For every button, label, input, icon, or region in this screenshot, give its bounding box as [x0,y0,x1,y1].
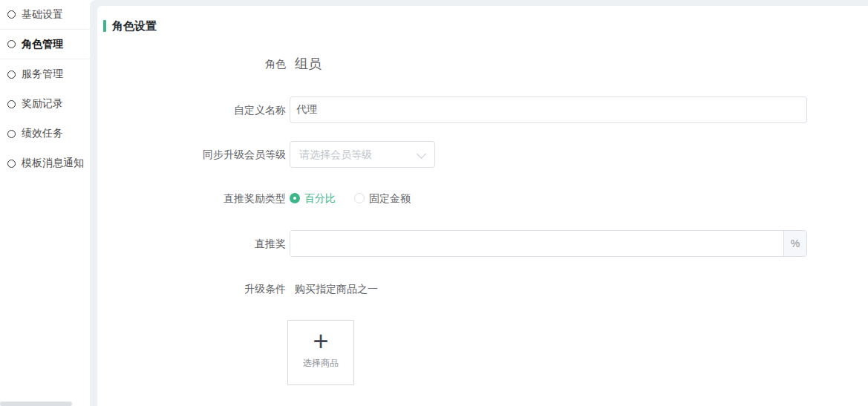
radio-option-fixed-amount[interactable]: 固定金额 [369,192,411,204]
sidebar-item-label: 服务管理 [22,68,63,81]
circle-icon [7,40,16,48]
horizontal-scrollbar-thumb[interactable] [0,402,72,406]
select-product-label: 选择商品 [288,358,353,368]
sidebar-item-role-management[interactable]: 角色管理 [0,30,90,59]
sidebar-item-template-message-notice[interactable]: 模板消息通知 [0,148,90,178]
direct-reward-input[interactable] [290,231,783,256]
custom-name-input[interactable] [290,96,807,123]
sidebar-item-label: 奖励记录 [22,97,63,111]
direct-reward-label: 直推奖 [97,230,286,257]
member-level-label: 同步升级会员等级 [97,141,286,168]
sidebar-item-performance-tasks[interactable]: 绩效任务 [0,119,90,148]
sidebar-item-label: 模板消息通知 [22,157,84,170]
member-level-select[interactable]: 请选择会员等级 [290,141,435,168]
sidebar: 基础设置 角色管理 服务管理 奖励记录 绩效任务 模板消息通知 [0,0,90,406]
page-title: 角色设置 [112,19,157,33]
direct-reward-input-group: % [290,230,807,257]
upgrade-condition-label: 升级条件 [97,283,286,295]
plus-icon: + [288,327,353,356]
upgrade-condition-value: 购买指定商品之一 [295,283,378,295]
section-title-accent-bar [103,20,106,32]
sidebar-item-reward-records[interactable]: 奖励记录 [0,89,90,119]
sidebar-item-basic-settings[interactable]: 基础设置 [0,0,90,30]
select-product-button[interactable]: + 选择商品 [287,320,354,385]
radio-icon[interactable] [354,193,365,203]
radio-dot [293,197,296,200]
radio-option-percentage[interactable]: 百分比 [304,192,336,204]
sidebar-item-service-management[interactable]: 服务管理 [0,59,90,89]
percent-suffix: % [783,231,806,256]
role-value: 组员 [295,54,322,73]
chevron-down-icon [417,149,426,159]
circle-icon [7,100,16,108]
sidebar-item-label: 基础设置 [22,8,63,22]
circle-icon [7,160,16,168]
radio-selected-icon[interactable] [290,193,300,203]
member-level-placeholder: 请选择会员等级 [299,142,372,167]
circle-icon [7,71,16,79]
circle-icon [7,10,16,19]
custom-name-label: 自定义名称 [97,96,286,123]
circle-icon [7,130,16,138]
role-label: 角色 [97,56,286,71]
reward-type-label: 直推奖励类型 [97,192,286,204]
sidebar-item-label: 角色管理 [22,38,63,51]
sidebar-item-label: 绩效任务 [22,127,63,140]
